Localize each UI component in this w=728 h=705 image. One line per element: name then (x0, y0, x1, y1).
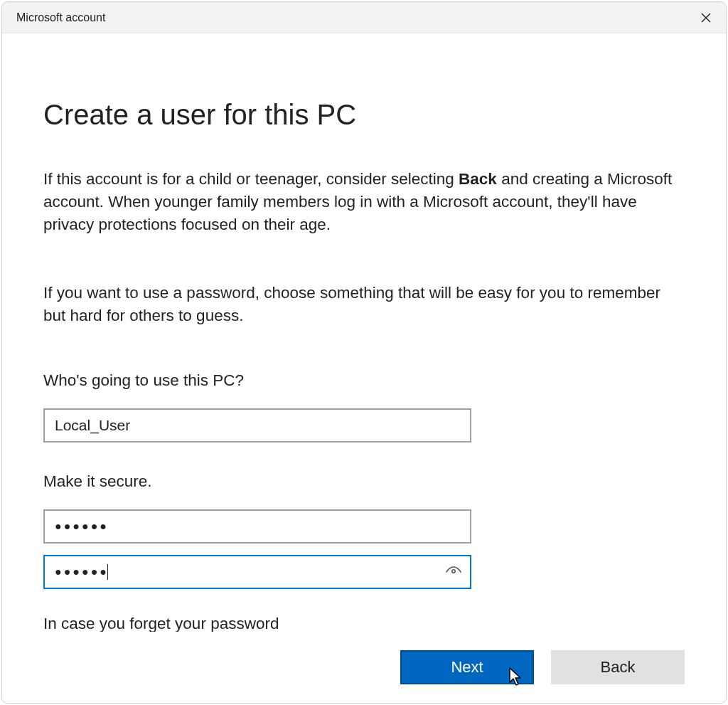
password-input[interactable]: ●●●●●● (43, 509, 471, 544)
intro-paragraph-1: If this account is for a child or teenag… (43, 168, 685, 236)
forget-password-label: In case you forget your password (43, 615, 685, 632)
next-button[interactable]: Next (400, 650, 534, 684)
dialog-window: Microsoft account Create a user for this… (1, 1, 727, 704)
text-caret (107, 564, 108, 580)
intro1-bold: Back (459, 170, 497, 188)
confirm-password-input[interactable]: ●●●●●● (43, 555, 471, 589)
username-value: Local_User (55, 417, 130, 434)
content-wrap: Create a user for this PC If this accoun… (2, 33, 726, 703)
password-mask: ●●●●●● (55, 520, 109, 533)
intro1-pre: If this account is for a child or teenag… (43, 170, 459, 188)
next-button-label: Next (451, 658, 483, 677)
window-title: Microsoft account (16, 11, 105, 24)
svg-point-2 (452, 569, 455, 572)
page-title: Create a user for this PC (43, 99, 685, 131)
close-icon (701, 13, 711, 23)
back-button-label: Back (601, 658, 636, 677)
titlebar: Microsoft account (2, 2, 726, 33)
secure-label: Make it secure. (43, 472, 685, 491)
close-button[interactable] (686, 2, 726, 33)
button-bar: Next Back (2, 632, 726, 703)
content: Create a user for this PC If this accoun… (2, 33, 726, 632)
intro-paragraph-2: If you want to use a password, choose so… (43, 282, 685, 327)
back-button[interactable]: Back (551, 650, 685, 684)
reveal-password-icon[interactable] (444, 562, 461, 582)
confirm-password-mask: ●●●●●● (55, 566, 109, 578)
username-input[interactable]: Local_User (43, 408, 471, 442)
cursor-icon (508, 667, 524, 691)
username-label: Who's going to use this PC? (43, 371, 685, 390)
confirm-password-wrap: ●●●●●● (43, 555, 471, 589)
